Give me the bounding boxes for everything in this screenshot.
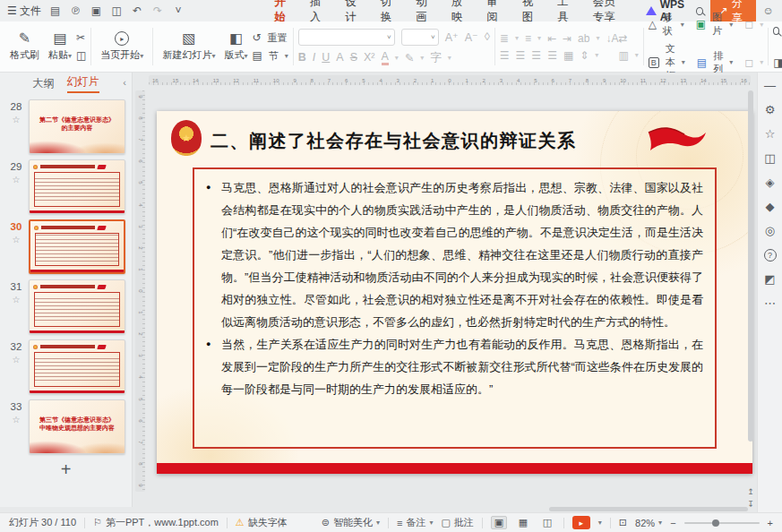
play-from-current-button[interactable]: ▸ 当页开始▾: [96, 30, 148, 64]
cut-button[interactable]: ✂: [76, 31, 86, 44]
copy-button[interactable]: ◫: [76, 49, 86, 62]
slide-thumbnail-32[interactable]: 32☆: [5, 339, 128, 394]
fit-window-button[interactable]: ⊡: [619, 517, 627, 528]
horizontal-scrollbar[interactable]: [397, 507, 748, 511]
select-button[interactable]: ◨ 选择▾: [773, 49, 782, 76]
picture-button[interactable]: ▣ 图片▾: [696, 11, 734, 38]
add-slide-button[interactable]: +: [0, 459, 132, 480]
strikethrough-button[interactable]: S: [350, 51, 357, 64]
char-dialog-button[interactable]: 字: [430, 50, 442, 65]
star-icon[interactable]: ☆: [13, 115, 21, 124]
font-color-button[interactable]: A: [382, 50, 389, 65]
char-style-button[interactable]: A: [336, 51, 343, 64]
print-preview-icon[interactable]: ◫: [110, 4, 124, 17]
comment-button[interactable]: ▢ 批注: [441, 516, 473, 529]
content-textbox[interactable]: 马克思、恩格斯通过对人的社会意识产生的历史考察后指出，思想、宗教、法律、国家以及…: [193, 167, 717, 449]
increase-font-button[interactable]: A⁺: [445, 30, 459, 44]
smart-beautify-button[interactable]: ⊜ 智能美化▾: [322, 516, 380, 529]
star-icon[interactable]: ☆: [13, 415, 21, 425]
collapse-panel-icon[interactable]: ‹: [123, 77, 126, 88]
slideshow-play-button[interactable]: ▸: [572, 516, 590, 529]
underline-button[interactable]: U: [322, 51, 330, 64]
slides-tab[interactable]: 幻灯片: [67, 74, 99, 93]
slide-thumbnail-33[interactable]: 33☆ 第三节《德意志意识形态》中唯物史观思想的主要内容: [5, 399, 128, 454]
reset-button[interactable]: ↺ 重置: [252, 31, 288, 45]
star-icon[interactable]: ☆: [13, 175, 21, 184]
arrange-button[interactable]: ▤ 排列▾: [697, 49, 733, 76]
previous-slide-button[interactable]: ↥: [745, 486, 756, 497]
font-name-select[interactable]: ˅: [298, 29, 395, 46]
align-right-icon[interactable]: ☰: [531, 49, 541, 62]
zoom-slider[interactable]: [684, 522, 760, 524]
export-pdf-icon[interactable]: ℗: [69, 4, 82, 17]
star-icon[interactable]: ☆: [13, 295, 21, 305]
slide-layout-icon[interactable]: ◫: [764, 152, 775, 165]
missing-font-warning[interactable]: ⚠ 缺失字体: [236, 516, 288, 529]
document-find-icon[interactable]: ◎: [765, 225, 775, 237]
feedback-smiley-icon[interactable]: ☺: [761, 4, 775, 17]
notes-button[interactable]: ≡ 备注▾: [397, 516, 433, 529]
columns-icon[interactable]: ▥: [618, 49, 628, 62]
help-icon[interactable]: ?: [764, 249, 777, 262]
zoom-out-button[interactable]: −: [670, 518, 675, 528]
highlight-button[interactable]: ✎: [405, 51, 414, 64]
decrease-font-button[interactable]: A⁻: [465, 30, 478, 44]
reading-view-button[interactable]: ◫: [539, 516, 555, 529]
save-icon[interactable]: ▤: [48, 4, 62, 17]
bold-button[interactable]: B: [298, 51, 306, 64]
new-slide-button[interactable]: ▧ 新建幻灯片▾: [158, 30, 219, 64]
decrease-indent-icon[interactable]: ⇤: [547, 32, 556, 45]
slideshow-options-caret-icon[interactable]: ▾: [598, 519, 602, 527]
find-button[interactable]: 查找▾: [773, 18, 782, 45]
layout-button[interactable]: ◧ 版式▾: [219, 30, 252, 64]
design-assets-icon[interactable]: ◈: [766, 176, 775, 189]
star-icon[interactable]: ☆: [13, 355, 21, 365]
effects-button[interactable]: ◻▾: [744, 56, 763, 69]
clear-format-icon[interactable]: ◊: [485, 30, 490, 43]
align-justify-icon[interactable]: ☰: [547, 49, 557, 62]
undo-icon[interactable]: ↶: [131, 4, 144, 17]
current-slide[interactable]: ★ 二、阐述了社会存在与社会意识的辩证关系 马克思、恩格斯通过对人的社会意识产生…: [157, 111, 752, 474]
shapes-button[interactable]: △ 形状▾: [649, 11, 684, 38]
more-options-icon[interactable]: ⋯: [764, 297, 776, 310]
vertical-scrollbar[interactable]: [748, 90, 753, 485]
section-button[interactable]: ▤ 节▾: [252, 49, 288, 63]
print-icon[interactable]: ▣: [90, 4, 103, 17]
skin-settings-icon[interactable]: ◩: [764, 273, 775, 286]
zoom-level[interactable]: 82%▾: [635, 518, 662, 528]
line-spacing-icon[interactable]: ⇕: [580, 49, 589, 62]
pinyin-button[interactable]: ab: [578, 32, 589, 45]
favorites-icon[interactable]: ☆: [765, 128, 776, 141]
increase-indent-icon[interactable]: ⇥: [563, 32, 571, 45]
fill-button[interactable]: ◻▾: [744, 18, 763, 30]
outline-tab[interactable]: 大纲: [33, 76, 55, 91]
star-icon[interactable]: ☆: [13, 235, 21, 245]
distribute-icon[interactable]: ▦: [563, 49, 573, 62]
zoom-in-button[interactable]: +: [768, 518, 773, 528]
paste-button[interactable]: ▤ 粘贴▾: [44, 30, 76, 64]
slide-thumbnail-31[interactable]: 31☆: [5, 279, 128, 334]
smart-tools-icon[interactable]: ◆: [766, 201, 775, 213]
slide-thumbnail-30-current[interactable]: 30☆: [5, 219, 128, 274]
zoom-slider-knob[interactable]: [712, 519, 719, 527]
quickbar-chevron-icon[interactable]: ˅: [171, 4, 185, 17]
bullet-list-icon[interactable]: ≣: [500, 32, 509, 45]
normal-view-button[interactable]: ▣: [491, 516, 507, 529]
file-menu[interactable]: ☰ 文件: [7, 4, 41, 19]
text-direction-icon[interactable]: ⇄: [618, 32, 627, 45]
font-size-select[interactable]: ˅: [401, 29, 439, 46]
object-properties-icon[interactable]: ⚙: [765, 104, 776, 116]
superscript-button[interactable]: X²: [364, 51, 375, 64]
slide-sorter-view-button[interactable]: ▦: [515, 516, 531, 529]
slide-title[interactable]: 二、阐述了社会存在与社会意识的辩证关系: [211, 129, 577, 153]
collapse-taskpane-icon[interactable]: —: [764, 80, 776, 92]
slide-thumbnail-28[interactable]: 28☆ 第二节《德意志意识形态》的主要内容: [5, 99, 128, 154]
align-left-icon[interactable]: ☰: [500, 49, 510, 62]
numbered-list-icon[interactable]: ≡: [525, 32, 531, 45]
align-center-icon[interactable]: ☰: [516, 49, 526, 62]
sort-text-button[interactable]: ↓A: [606, 32, 618, 45]
slide-thumbnail-29[interactable]: 29☆: [5, 159, 128, 214]
format-painter-button[interactable]: ✎ 格式刷: [5, 30, 44, 64]
italic-button[interactable]: I: [313, 51, 315, 64]
redo-icon[interactable]: ↷: [151, 4, 165, 17]
